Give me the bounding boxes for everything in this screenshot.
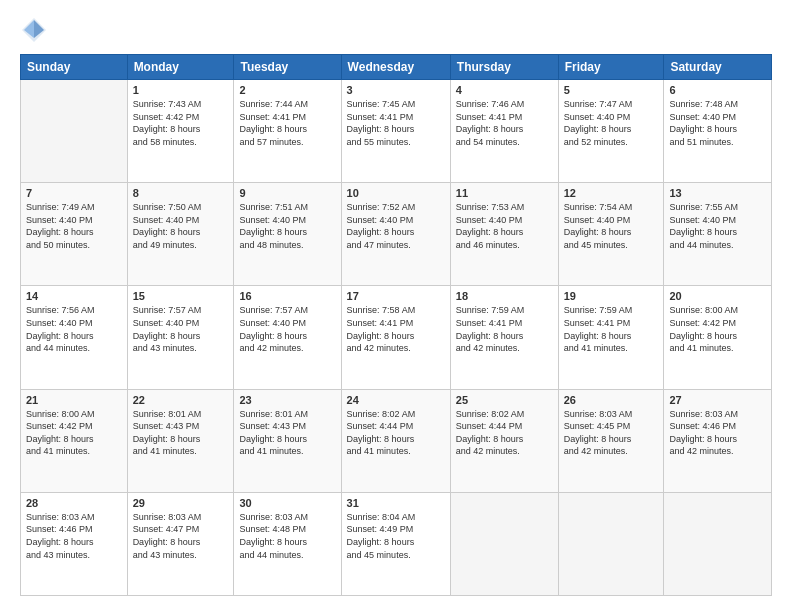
day-info: and 41 minutes. — [26, 445, 122, 458]
day-info: Sunrise: 7:50 AM — [133, 201, 229, 214]
day-info: and 55 minutes. — [347, 136, 445, 149]
day-info: Sunrise: 8:03 AM — [26, 511, 122, 524]
day-number: 10 — [347, 187, 445, 199]
day-number: 29 — [133, 497, 229, 509]
day-info: Sunset: 4:41 PM — [456, 317, 553, 330]
day-info: Sunset: 4:47 PM — [133, 523, 229, 536]
day-info: Sunrise: 8:00 AM — [669, 304, 766, 317]
day-number: 19 — [564, 290, 659, 302]
day-number: 8 — [133, 187, 229, 199]
day-info: and 42 minutes. — [347, 342, 445, 355]
day-info: Sunrise: 7:56 AM — [26, 304, 122, 317]
day-info: Sunset: 4:40 PM — [669, 214, 766, 227]
day-info: Daylight: 8 hours — [133, 536, 229, 549]
day-info: Sunrise: 7:57 AM — [239, 304, 335, 317]
day-info: Daylight: 8 hours — [669, 330, 766, 343]
day-info: Sunrise: 8:03 AM — [133, 511, 229, 524]
day-info: Sunset: 4:42 PM — [133, 111, 229, 124]
day-cell: 20Sunrise: 8:00 AMSunset: 4:42 PMDayligh… — [664, 286, 772, 389]
day-info: Sunset: 4:48 PM — [239, 523, 335, 536]
day-number: 12 — [564, 187, 659, 199]
day-info: Daylight: 8 hours — [133, 330, 229, 343]
day-cell: 19Sunrise: 7:59 AMSunset: 4:41 PMDayligh… — [558, 286, 664, 389]
day-cell: 16Sunrise: 7:57 AMSunset: 4:40 PMDayligh… — [234, 286, 341, 389]
day-cell — [664, 492, 772, 595]
day-info: and 42 minutes. — [239, 342, 335, 355]
day-info: Sunset: 4:43 PM — [239, 420, 335, 433]
day-header-sunday: Sunday — [21, 55, 128, 80]
day-info: Sunrise: 7:44 AM — [239, 98, 335, 111]
day-info: Sunset: 4:44 PM — [456, 420, 553, 433]
day-info: Sunrise: 8:03 AM — [669, 408, 766, 421]
day-number: 25 — [456, 394, 553, 406]
day-cell: 27Sunrise: 8:03 AMSunset: 4:46 PMDayligh… — [664, 389, 772, 492]
day-info: and 50 minutes. — [26, 239, 122, 252]
day-number: 22 — [133, 394, 229, 406]
day-cell: 1Sunrise: 7:43 AMSunset: 4:42 PMDaylight… — [127, 80, 234, 183]
header-row: SundayMondayTuesdayWednesdayThursdayFrid… — [21, 55, 772, 80]
day-info: and 44 minutes. — [239, 549, 335, 562]
day-info: Daylight: 8 hours — [26, 433, 122, 446]
day-info: Sunset: 4:43 PM — [133, 420, 229, 433]
day-info: Daylight: 8 hours — [456, 433, 553, 446]
day-info: Sunrise: 7:53 AM — [456, 201, 553, 214]
day-number: 26 — [564, 394, 659, 406]
day-info: and 41 minutes. — [347, 445, 445, 458]
day-info: and 42 minutes. — [456, 445, 553, 458]
day-info: Sunset: 4:40 PM — [669, 111, 766, 124]
day-cell: 28Sunrise: 8:03 AMSunset: 4:46 PMDayligh… — [21, 492, 128, 595]
day-info: Sunset: 4:41 PM — [456, 111, 553, 124]
day-cell: 29Sunrise: 8:03 AMSunset: 4:47 PMDayligh… — [127, 492, 234, 595]
day-cell: 9Sunrise: 7:51 AMSunset: 4:40 PMDaylight… — [234, 183, 341, 286]
day-number: 6 — [669, 84, 766, 96]
day-info: and 41 minutes. — [564, 342, 659, 355]
day-number: 14 — [26, 290, 122, 302]
day-header-monday: Monday — [127, 55, 234, 80]
day-info: Sunrise: 8:02 AM — [347, 408, 445, 421]
day-info: and 42 minutes. — [564, 445, 659, 458]
day-info: Sunset: 4:40 PM — [239, 214, 335, 227]
day-info: Sunset: 4:40 PM — [564, 214, 659, 227]
day-info: and 45 minutes. — [347, 549, 445, 562]
day-cell — [558, 492, 664, 595]
day-number: 18 — [456, 290, 553, 302]
day-info: Sunset: 4:40 PM — [26, 214, 122, 227]
day-info: and 42 minutes. — [669, 445, 766, 458]
day-info: Daylight: 8 hours — [347, 226, 445, 239]
day-info: Sunrise: 8:03 AM — [239, 511, 335, 524]
week-row-4: 21Sunrise: 8:00 AMSunset: 4:42 PMDayligh… — [21, 389, 772, 492]
day-info: Sunrise: 8:00 AM — [26, 408, 122, 421]
day-info: Daylight: 8 hours — [26, 536, 122, 549]
day-number: 15 — [133, 290, 229, 302]
day-cell: 5Sunrise: 7:47 AMSunset: 4:40 PMDaylight… — [558, 80, 664, 183]
day-info: Daylight: 8 hours — [133, 226, 229, 239]
day-number: 27 — [669, 394, 766, 406]
day-number: 17 — [347, 290, 445, 302]
day-cell — [21, 80, 128, 183]
day-info: and 43 minutes. — [133, 342, 229, 355]
day-info: Daylight: 8 hours — [347, 330, 445, 343]
week-row-2: 7Sunrise: 7:49 AMSunset: 4:40 PMDaylight… — [21, 183, 772, 286]
day-info: Sunset: 4:40 PM — [26, 317, 122, 330]
day-info: and 52 minutes. — [564, 136, 659, 149]
day-info: Sunset: 4:40 PM — [133, 317, 229, 330]
day-header-thursday: Thursday — [450, 55, 558, 80]
day-info: Daylight: 8 hours — [456, 123, 553, 136]
day-number: 20 — [669, 290, 766, 302]
day-info: Daylight: 8 hours — [564, 123, 659, 136]
day-info: Daylight: 8 hours — [347, 536, 445, 549]
day-info: Sunrise: 7:46 AM — [456, 98, 553, 111]
day-cell: 11Sunrise: 7:53 AMSunset: 4:40 PMDayligh… — [450, 183, 558, 286]
day-number: 5 — [564, 84, 659, 96]
day-cell: 15Sunrise: 7:57 AMSunset: 4:40 PMDayligh… — [127, 286, 234, 389]
day-info: Sunset: 4:40 PM — [347, 214, 445, 227]
day-header-friday: Friday — [558, 55, 664, 80]
day-cell: 31Sunrise: 8:04 AMSunset: 4:49 PMDayligh… — [341, 492, 450, 595]
day-cell: 30Sunrise: 8:03 AMSunset: 4:48 PMDayligh… — [234, 492, 341, 595]
day-cell: 4Sunrise: 7:46 AMSunset: 4:41 PMDaylight… — [450, 80, 558, 183]
day-info: and 43 minutes. — [26, 549, 122, 562]
day-info: and 41 minutes. — [669, 342, 766, 355]
day-info: Sunset: 4:40 PM — [239, 317, 335, 330]
day-cell: 23Sunrise: 8:01 AMSunset: 4:43 PMDayligh… — [234, 389, 341, 492]
day-info: Sunset: 4:42 PM — [669, 317, 766, 330]
